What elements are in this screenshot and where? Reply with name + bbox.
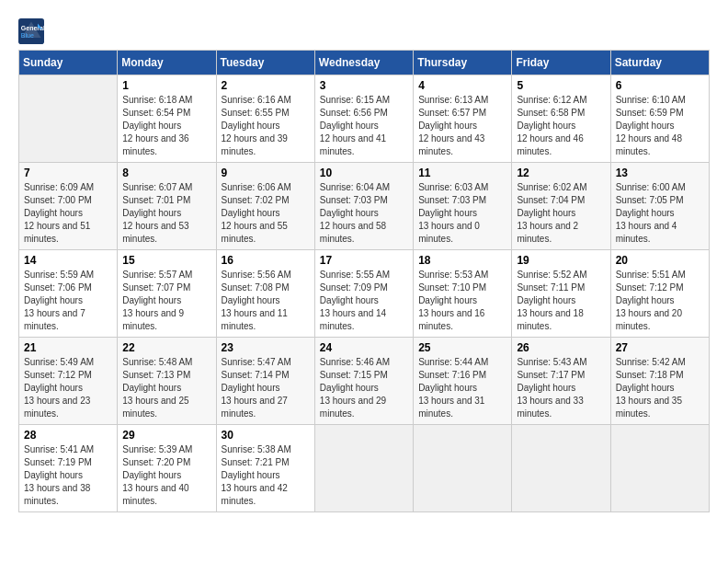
day-number: 26 [517,341,605,354]
calendar-cell: 7 Sunrise: 6:09 AM Sunset: 7:00 PM Dayli… [19,163,118,250]
day-number: 3 [320,79,408,92]
calendar-table: SundayMondayTuesdayWednesdayThursdayFrid… [18,50,710,512]
day-number: 2 [222,79,310,92]
day-number: 15 [122,254,210,267]
day-number: 20 [616,254,704,267]
calendar-cell: 3 Sunrise: 6:15 AM Sunset: 6:56 PM Dayli… [314,75,413,163]
logo: General Blue [18,18,48,44]
day-number: 7 [24,167,112,179]
day-number: 27 [616,341,704,354]
calendar-cell: 8 Sunrise: 6:07 AM Sunset: 7:01 PM Dayli… [118,163,216,250]
day-detail: Sunrise: 5:56 AM Sunset: 7:08 PM Dayligh… [222,269,310,333]
calendar-cell: 24 Sunrise: 5:46 AM Sunset: 7:15 PM Dayl… [314,338,413,425]
calendar-cell: 16 Sunrise: 5:56 AM Sunset: 7:08 PM Dayl… [216,250,314,338]
day-detail: Sunrise: 5:48 AM Sunset: 7:13 PM Dayligh… [122,356,210,420]
day-number: 18 [418,254,506,267]
day-detail: Sunrise: 6:16 AM Sunset: 6:55 PM Dayligh… [222,94,310,158]
day-number: 8 [122,167,210,179]
calendar-cell: 28 Sunrise: 5:41 AM Sunset: 7:19 PM Dayl… [19,425,118,512]
day-detail: Sunrise: 5:46 AM Sunset: 7:15 PM Dayligh… [320,356,408,420]
calendar-cell [414,425,512,512]
day-number: 30 [222,429,310,442]
day-number: 21 [24,341,112,354]
calendar-cell: 20 Sunrise: 5:51 AM Sunset: 7:12 PM Dayl… [610,250,709,338]
calendar-cell: 29 Sunrise: 5:39 AM Sunset: 7:20 PM Dayl… [118,425,216,512]
day-number: 14 [24,254,112,267]
calendar-cell [610,425,709,512]
day-number: 17 [320,254,408,267]
day-detail: Sunrise: 5:49 AM Sunset: 7:12 PM Dayligh… [24,356,112,420]
day-detail: Sunrise: 6:00 AM Sunset: 7:05 PM Dayligh… [616,181,704,246]
day-number: 12 [517,167,605,179]
calendar-cell: 18 Sunrise: 5:53 AM Sunset: 7:10 PM Dayl… [414,250,512,338]
calendar-cell: 23 Sunrise: 5:47 AM Sunset: 7:14 PM Dayl… [216,338,314,425]
day-number: 9 [222,167,310,179]
calendar-cell: 12 Sunrise: 6:02 AM Sunset: 7:04 PM Dayl… [512,163,610,250]
weekday-header-saturday: Saturday [610,51,709,75]
calendar-cell: 17 Sunrise: 5:55 AM Sunset: 7:09 PM Dayl… [314,250,413,338]
day-detail: Sunrise: 6:18 AM Sunset: 6:54 PM Dayligh… [122,94,210,158]
day-detail: Sunrise: 6:03 AM Sunset: 7:03 PM Dayligh… [418,181,506,246]
day-detail: Sunrise: 5:51 AM Sunset: 7:12 PM Dayligh… [616,269,704,333]
weekday-header-friday: Friday [512,51,610,75]
day-number: 22 [122,341,210,354]
calendar-cell: 27 Sunrise: 5:42 AM Sunset: 7:18 PM Dayl… [610,338,709,425]
day-detail: Sunrise: 5:53 AM Sunset: 7:10 PM Dayligh… [418,269,506,333]
calendar-cell: 19 Sunrise: 5:52 AM Sunset: 7:11 PM Dayl… [512,250,610,338]
calendar-cell: 5 Sunrise: 6:12 AM Sunset: 6:58 PM Dayli… [512,75,610,163]
calendar-cell: 22 Sunrise: 5:48 AM Sunset: 7:13 PM Dayl… [118,338,216,425]
day-number: 13 [616,167,704,179]
day-number: 10 [320,167,408,179]
day-detail: Sunrise: 5:42 AM Sunset: 7:18 PM Dayligh… [616,356,704,420]
calendar-cell: 9 Sunrise: 6:06 AM Sunset: 7:02 PM Dayli… [216,163,314,250]
weekday-header-monday: Monday [118,51,216,75]
calendar-cell [314,425,413,512]
calendar-cell: 6 Sunrise: 6:10 AM Sunset: 6:59 PM Dayli… [610,75,709,163]
svg-text:Blue: Blue [21,32,34,39]
day-number: 6 [616,79,704,92]
day-detail: Sunrise: 5:39 AM Sunset: 7:20 PM Dayligh… [122,443,210,508]
day-detail: Sunrise: 5:59 AM Sunset: 7:06 PM Dayligh… [24,269,112,333]
day-detail: Sunrise: 6:04 AM Sunset: 7:03 PM Dayligh… [320,181,408,246]
calendar-cell: 13 Sunrise: 6:00 AM Sunset: 7:05 PM Dayl… [610,163,709,250]
day-number: 4 [418,79,506,92]
logo-icon: General Blue [18,18,44,44]
day-number: 29 [122,429,210,442]
day-number: 23 [222,341,310,354]
day-detail: Sunrise: 5:44 AM Sunset: 7:16 PM Dayligh… [418,356,506,420]
weekday-header-sunday: Sunday [19,51,118,75]
calendar-cell: 4 Sunrise: 6:13 AM Sunset: 6:57 PM Dayli… [414,75,512,163]
day-number: 1 [122,79,210,92]
day-number: 5 [517,79,605,92]
day-detail: Sunrise: 5:47 AM Sunset: 7:14 PM Dayligh… [222,356,310,420]
calendar-cell: 11 Sunrise: 6:03 AM Sunset: 7:03 PM Dayl… [414,163,512,250]
page-header: General Blue [18,18,710,44]
day-detail: Sunrise: 6:13 AM Sunset: 6:57 PM Dayligh… [418,94,506,158]
calendar-cell: 2 Sunrise: 6:16 AM Sunset: 6:55 PM Dayli… [216,75,314,163]
weekday-header-tuesday: Tuesday [216,51,314,75]
day-number: 11 [418,167,506,179]
day-detail: Sunrise: 6:07 AM Sunset: 7:01 PM Dayligh… [122,181,210,246]
calendar-cell: 25 Sunrise: 5:44 AM Sunset: 7:16 PM Dayl… [414,338,512,425]
day-detail: Sunrise: 5:41 AM Sunset: 7:19 PM Dayligh… [24,443,112,508]
calendar-cell: 15 Sunrise: 5:57 AM Sunset: 7:07 PM Dayl… [118,250,216,338]
calendar-cell: 14 Sunrise: 5:59 AM Sunset: 7:06 PM Dayl… [19,250,118,338]
day-detail: Sunrise: 6:06 AM Sunset: 7:02 PM Dayligh… [222,181,310,246]
calendar-cell: 30 Sunrise: 5:38 AM Sunset: 7:21 PM Dayl… [216,425,314,512]
weekday-header-thursday: Thursday [414,51,512,75]
calendar-cell: 10 Sunrise: 6:04 AM Sunset: 7:03 PM Dayl… [314,163,413,250]
calendar-cell: 21 Sunrise: 5:49 AM Sunset: 7:12 PM Dayl… [19,338,118,425]
day-detail: Sunrise: 6:02 AM Sunset: 7:04 PM Dayligh… [517,181,605,246]
day-detail: Sunrise: 6:15 AM Sunset: 6:56 PM Dayligh… [320,94,408,158]
day-number: 28 [24,429,112,442]
calendar-cell: 1 Sunrise: 6:18 AM Sunset: 6:54 PM Dayli… [118,75,216,163]
day-detail: Sunrise: 5:38 AM Sunset: 7:21 PM Dayligh… [222,443,310,508]
day-detail: Sunrise: 6:09 AM Sunset: 7:00 PM Dayligh… [24,181,112,246]
weekday-header-wednesday: Wednesday [314,51,413,75]
day-detail: Sunrise: 6:10 AM Sunset: 6:59 PM Dayligh… [616,94,704,158]
calendar-cell [512,425,610,512]
day-number: 19 [517,254,605,267]
day-detail: Sunrise: 5:57 AM Sunset: 7:07 PM Dayligh… [122,269,210,333]
day-detail: Sunrise: 5:43 AM Sunset: 7:17 PM Dayligh… [517,356,605,420]
day-detail: Sunrise: 5:55 AM Sunset: 7:09 PM Dayligh… [320,269,408,333]
